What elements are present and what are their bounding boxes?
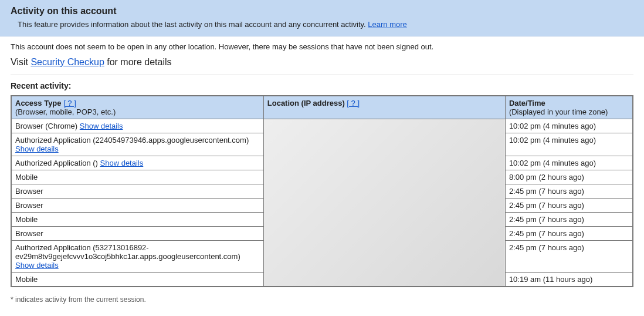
banner-subtitle-text: This feature provides information about …: [18, 20, 368, 29]
date-cell: 10:02 pm (4 minutes ago): [505, 119, 633, 133]
access-cell: Mobile: [11, 273, 263, 287]
table-header-row: Access Type [ ? ] (Browser, mobile, POP3…: [11, 96, 633, 119]
access-cell: Mobile: [11, 170, 263, 184]
security-checkup-link[interactable]: Security Checkup: [30, 57, 104, 67]
access-text: Authorized Application (224054973946.app…: [15, 136, 249, 144]
header-location-main: Location (IP address): [267, 99, 347, 107]
activity-table: Access Type [ ? ] (Browser, mobile, POP3…: [11, 95, 633, 287]
learn-more-link[interactable]: Learn more: [368, 20, 406, 29]
location-help-icon[interactable]: [ ? ]: [347, 99, 360, 107]
date-cell: 2:45 pm (7 hours ago): [505, 227, 633, 241]
date-cell: 2:45 pm (7 hours ago): [505, 241, 633, 273]
access-cell: Browser (Chrome) Show details: [11, 119, 263, 133]
info-banner: Activity on this account This feature pr…: [0, 0, 644, 36]
footnote: * indicates activity from the current se…: [11, 295, 633, 304]
banner-subtitle: This feature provides information about …: [11, 20, 633, 29]
date-cell: 2:45 pm (7 hours ago): [505, 213, 633, 227]
show-details-link[interactable]: Show details: [100, 159, 144, 167]
table-row: Browser (Chrome) Show details 10:02 pm (…: [11, 119, 633, 133]
header-location: Location (IP address) [ ? ]: [263, 96, 505, 119]
header-date-sub: (Displayed in your time zone): [509, 107, 629, 116]
access-text: Mobile: [15, 275, 38, 284]
access-cell: Browser: [11, 199, 263, 213]
show-details-link[interactable]: Show details: [15, 144, 59, 153]
date-cell: 2:45 pm (7 hours ago): [505, 199, 633, 213]
header-date-main: Date/Time: [509, 99, 545, 107]
visit-prefix: Visit: [11, 57, 30, 67]
access-cell: Authorized Application (224054973946.app…: [11, 133, 263, 156]
access-cell: Browser: [11, 184, 263, 199]
access-cell: Authorized Application () Show details: [11, 156, 263, 170]
access-text: Browser (Chrome): [15, 122, 80, 130]
access-text: Mobile: [15, 215, 38, 224]
date-cell: 10:02 pm (4 minutes ago): [505, 133, 633, 156]
header-access-sub: (Browser, mobile, POP3, etc.): [15, 107, 260, 116]
visit-suffix: for more details: [104, 57, 172, 67]
access-cell: Authorized Application (532713016892-ev2…: [11, 241, 263, 273]
access-help-icon[interactable]: [ ? ]: [63, 99, 76, 107]
status-text: This account does not seem to be open in…: [11, 42, 633, 51]
content-area: This account does not seem to be open in…: [0, 36, 644, 310]
location-cell: [263, 119, 505, 287]
access-text: Authorized Application (532713016892-ev2…: [15, 243, 240, 261]
show-details-link[interactable]: Show details: [80, 122, 123, 130]
date-cell: 10:02 pm (4 minutes ago): [505, 156, 633, 170]
header-date: Date/Time (Displayed in your time zone): [505, 96, 633, 119]
date-cell: 10:19 am (11 hours ago): [505, 273, 633, 287]
access-text: Authorized Application (): [15, 159, 100, 167]
access-text: Browser: [15, 187, 43, 196]
date-cell: 8:00 pm (2 hours ago): [505, 170, 633, 184]
access-cell: Browser: [11, 227, 263, 241]
access-text: Mobile: [15, 173, 38, 181]
access-text: Browser: [15, 201, 43, 210]
banner-title: Activity on this account: [11, 6, 633, 16]
header-access-main: Access Type: [15, 99, 63, 107]
recent-activity-title: Recent activity:: [11, 81, 633, 90]
date-cell: 2:45 pm (7 hours ago): [505, 184, 633, 199]
separator: [11, 75, 633, 75]
show-details-link[interactable]: Show details: [15, 261, 59, 270]
access-text: Browser: [15, 229, 43, 238]
header-access-type: Access Type [ ? ] (Browser, mobile, POP3…: [11, 96, 263, 119]
visit-line: Visit Security Checkup for more details: [11, 57, 633, 68]
access-cell: Mobile: [11, 213, 263, 227]
